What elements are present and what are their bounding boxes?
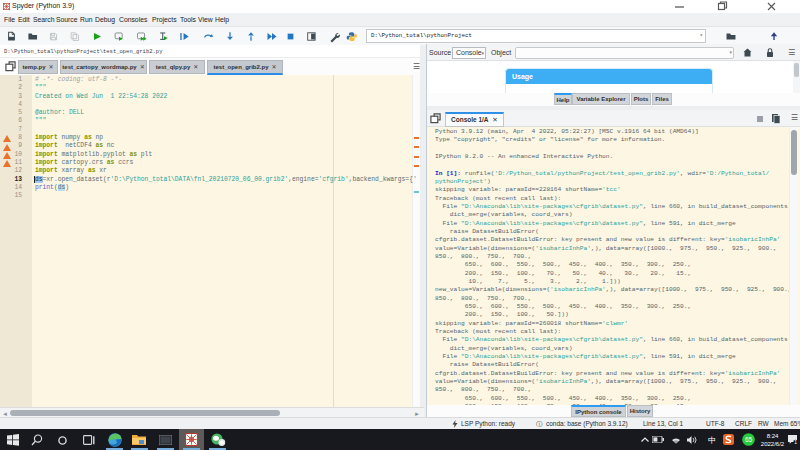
svg-text:1: 1	[794, 439, 797, 445]
svg-text:65: 65	[745, 436, 753, 443]
